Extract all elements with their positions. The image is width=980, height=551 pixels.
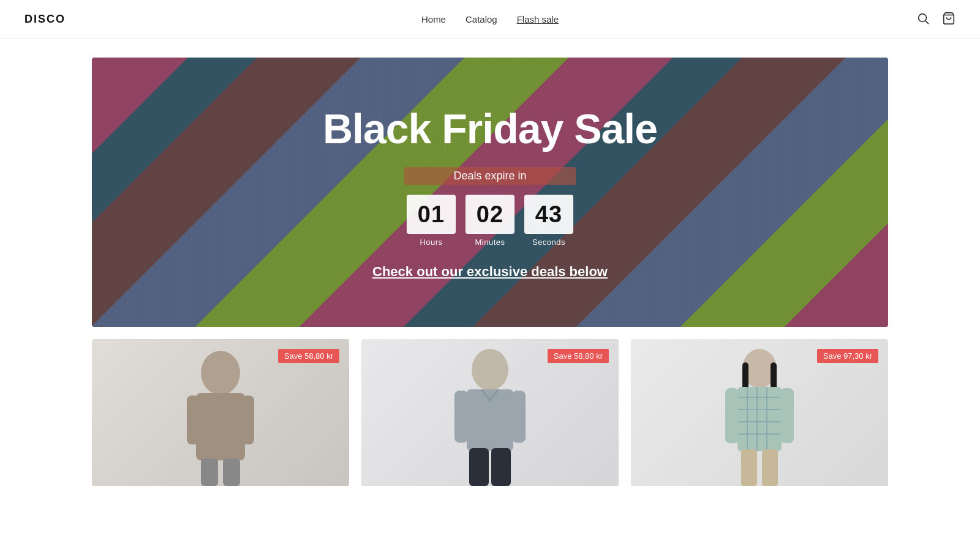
svg-point-9 [472,349,508,391]
svg-rect-4 [196,393,245,460]
svg-rect-27 [780,388,794,443]
minutes-label: Minutes [475,238,505,247]
svg-rect-18 [737,387,782,451]
header: DISCO Home Catalog Flash sale [0,0,980,39]
svg-point-3 [201,351,240,395]
nav-home[interactable]: Home [421,14,446,24]
hero-title: Black Friday Sale [323,105,657,152]
countdown-timer: 01 Hours 02 Minutes 43 Seconds [407,195,573,247]
svg-rect-11 [454,391,468,443]
svg-rect-28 [741,449,757,486]
minutes-value: 02 [466,195,514,234]
nav-flash-sale[interactable]: Flash sale [517,14,559,24]
logo[interactable]: DISCO [24,13,66,26]
product-card-2[interactable]: Save 58,80 kr [361,339,619,486]
header-actions [916,12,956,28]
seconds-label: Seconds [532,238,565,247]
deals-expire-label: Deals expire in [404,167,576,185]
save-badge-1: Save 58,80 kr [278,349,339,363]
nav-catalog[interactable]: Catalog [466,14,497,24]
cart-icon[interactable] [942,12,956,28]
svg-rect-6 [242,395,254,444]
save-badge-3: Save 97,30 kr [817,349,878,363]
product-card-1[interactable]: Save 58,80 kr [92,339,349,486]
hours-label: Hours [420,238,442,247]
svg-rect-10 [467,389,513,451]
search-icon[interactable] [916,12,930,28]
hours-value: 01 [407,195,456,234]
product-card-3[interactable]: Save 97,30 kr [631,339,888,486]
svg-rect-26 [725,388,739,443]
hero-cta[interactable]: Check out our exclusive deals below [372,264,608,280]
svg-rect-12 [512,391,526,443]
svg-line-1 [925,21,929,24]
svg-rect-13 [469,448,489,486]
save-badge-2: Save 58,80 kr [548,349,609,363]
products-section: Save 58,80 kr Save 58,80 kr [92,327,888,511]
svg-rect-29 [762,449,778,486]
svg-point-0 [919,13,927,21]
svg-rect-8 [223,459,240,486]
svg-rect-7 [201,459,218,486]
svg-rect-14 [491,448,511,486]
seconds-value: 43 [524,195,573,234]
countdown-minutes: 02 Minutes [466,195,514,247]
countdown-hours: 01 Hours [407,195,456,247]
hero-content: Black Friday Sale Deals expire in 01 Hou… [92,58,888,327]
hero-banner: Black Friday Sale Deals expire in 01 Hou… [92,58,888,327]
svg-rect-5 [187,395,199,444]
main-nav: Home Catalog Flash sale [421,14,559,24]
countdown-seconds: 43 Seconds [524,195,573,247]
